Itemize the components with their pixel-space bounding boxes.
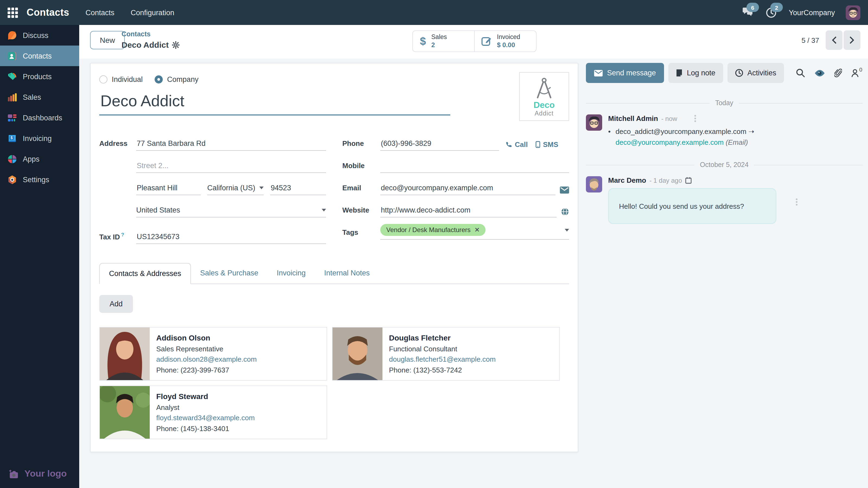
logo-word-addict: Addict [535, 110, 554, 116]
sms-link[interactable]: SMS [535, 140, 558, 149]
radio-company-label: Company [167, 75, 198, 84]
chatter-panel: Send message Log note Activities 0 Today [586, 63, 863, 224]
open-website-icon[interactable] [561, 208, 569, 218]
call-link[interactable]: Call [506, 140, 528, 149]
message-options-icon[interactable] [695, 115, 696, 122]
tax-id-input[interactable] [136, 233, 326, 244]
country-select[interactable]: United States [136, 206, 326, 218]
contact-card-douglas[interactable]: Douglas Fletcher Functional Consultant d… [332, 327, 560, 381]
actions-gear-icon[interactable] [172, 41, 180, 49]
tab-internal-notes[interactable]: Internal Notes [315, 263, 379, 284]
sidebar-item-settings[interactable]: Settings [0, 169, 79, 190]
sidebar-item-contacts[interactable]: Contacts [0, 45, 79, 66]
tab-contacts-addresses[interactable]: Contacts & Addresses [99, 263, 191, 284]
radio-company-circle[interactable] [155, 75, 163, 84]
your-logo[interactable]: Your logo [9, 468, 67, 479]
chevron-down-icon [322, 209, 326, 212]
contact-email[interactable]: floyd.steward34@example.com [156, 413, 255, 423]
apps-menu-icon[interactable] [8, 7, 18, 18]
followers-count: 0 [859, 66, 862, 72]
search-messages-icon[interactable] [796, 68, 805, 77]
company-name-input[interactable] [99, 92, 450, 116]
tracking-new-email[interactable]: deco@yourcompany.example.com [616, 138, 724, 147]
street2-input[interactable] [136, 162, 326, 173]
avatar-marc[interactable] [586, 176, 602, 193]
followers-person-icon[interactable]: 0 [851, 69, 862, 77]
message-time: - 1 day ago [649, 177, 682, 184]
message-body: • deco_addict@yourcompany.example.com ➝ … [608, 126, 754, 148]
pager-previous-button[interactable] [826, 30, 842, 50]
message-author[interactable]: Mitchell Admin [608, 115, 658, 123]
phone-input[interactable] [380, 139, 499, 151]
tags-field[interactable]: Vendor / Desk Manufacturers ✕ [380, 224, 569, 240]
arrow-right-icon: ➝ [748, 127, 754, 135]
email-label: Email [342, 184, 380, 195]
contact-title: Functional Consultant [389, 344, 496, 354]
radio-individual-circle[interactable] [99, 75, 107, 84]
sidebar-item-products[interactable]: Products [0, 66, 79, 87]
message-author[interactable]: Marc Demo [608, 176, 646, 185]
tab-invoicing[interactable]: Invoicing [268, 263, 315, 284]
user-avatar[interactable] [846, 5, 860, 20]
phone-icon [506, 141, 512, 148]
message-options-icon[interactable] [796, 199, 798, 206]
activities-button[interactable]: Activities [727, 63, 784, 83]
invoiced-stat-button[interactable]: Invoiced $ 0.00 [475, 30, 536, 52]
activities-systray[interactable]: 2 [765, 6, 778, 19]
discuss-app-icon [7, 30, 18, 40]
mobile-input[interactable] [380, 162, 569, 173]
menu-configuration[interactable]: Configuration [130, 6, 176, 19]
breadcrumb-parent[interactable]: Contacts [122, 29, 180, 39]
app-brand[interactable]: Contacts [27, 7, 69, 18]
tax-id-help-icon[interactable]: ? [121, 231, 124, 237]
zip-input[interactable] [270, 184, 326, 195]
log-note-button[interactable]: Log note [669, 63, 723, 83]
company-switcher[interactable]: YourCompany [789, 8, 835, 17]
sidebar-item-discuss[interactable]: Discuss [0, 25, 79, 45]
contact-title: Sales Representative [156, 344, 257, 354]
contact-card-addison[interactable]: Addison Olson Sales Representative addis… [99, 327, 327, 381]
logo-word-deco: Deco [533, 101, 555, 109]
sidebar-item-dashboards[interactable]: Dashboards [0, 107, 79, 128]
contact-email[interactable]: addison.olson28@example.com [156, 354, 257, 365]
sms-label: SMS [543, 140, 558, 149]
tab-sales-purchase[interactable]: Sales & Purchase [191, 263, 268, 284]
avatar-mitchell[interactable] [586, 115, 602, 131]
tracking-field-suffix: (Email) [725, 138, 748, 147]
send-message-label: Send message [607, 69, 656, 77]
send-message-button[interactable]: Send message [586, 63, 664, 83]
sidebar-item-invoicing[interactable]: $ Invoicing [0, 128, 79, 149]
attachments-paperclip-icon[interactable] [834, 68, 842, 77]
radio-company[interactable]: Company [155, 75, 198, 84]
tag-remove-icon[interactable]: ✕ [474, 227, 480, 233]
sales-stat-button[interactable]: $ Sales 2 [412, 30, 475, 52]
contact-photo [100, 386, 150, 438]
envelope-icon [594, 70, 603, 76]
website-input[interactable] [380, 206, 557, 218]
tags-label: Tags [342, 228, 380, 240]
city-input[interactable] [136, 184, 201, 195]
new-button[interactable]: New [90, 31, 125, 50]
company-logo[interactable]: Deco Addict [519, 72, 569, 121]
message-time: - now [661, 115, 677, 122]
state-select[interactable]: California (US) [207, 184, 264, 195]
radio-individual[interactable]: Individual [99, 75, 143, 84]
compass-logo-icon [530, 77, 558, 99]
followers-eye-icon[interactable] [814, 69, 825, 77]
sidebar-item-sales[interactable]: Sales [0, 87, 79, 107]
pager-next-button[interactable] [844, 30, 860, 50]
contact-email[interactable]: douglas.fletcher51@example.com [389, 354, 496, 365]
menu-contacts[interactable]: Contacts [84, 6, 116, 19]
sidebar-item-apps[interactable]: Apps [0, 149, 79, 169]
mobile-label: Mobile [342, 162, 380, 173]
contact-card-floyd[interactable]: Floyd Steward Analyst floyd.steward34@ex… [99, 386, 327, 439]
street-input[interactable] [136, 139, 326, 151]
tax-id-label: Tax ID? [99, 231, 136, 244]
messages-systray[interactable]: 6 [741, 6, 754, 19]
company-type-radios: Individual Company [99, 75, 569, 84]
email-input[interactable] [380, 184, 556, 195]
send-email-icon[interactable] [560, 187, 569, 195]
invoiced-stat-value: $ 0.00 [497, 41, 520, 49]
chevron-down-icon [565, 229, 569, 231]
add-contact-button[interactable]: Add [99, 295, 133, 313]
